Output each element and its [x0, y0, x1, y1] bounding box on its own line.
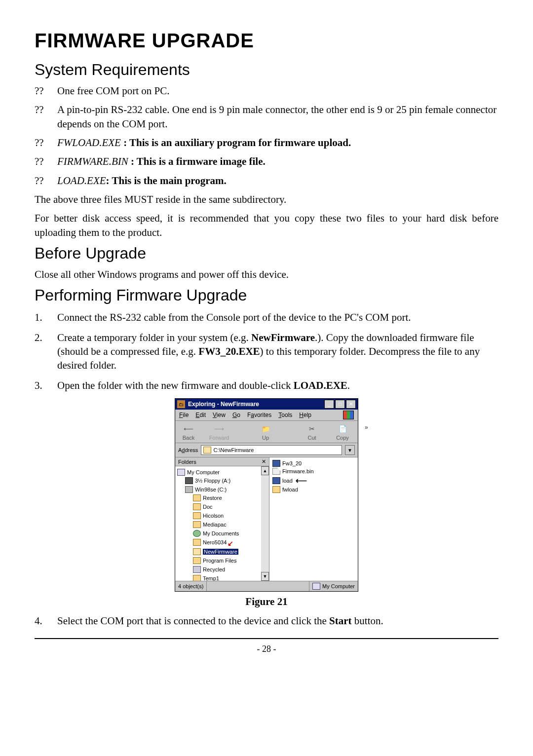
list-text: : This is a firmware image file. [128, 155, 266, 167]
tree-node[interactable]: 3½ Floppy (A:) [195, 478, 230, 484]
cut-button[interactable]: ✂ Cut [304, 424, 320, 441]
text: . [347, 379, 350, 391]
folder-icon [193, 575, 201, 581]
file-item[interactable]: Fw3_20 [282, 460, 302, 466]
tree-node[interactable]: My Computer [187, 469, 220, 475]
computer-icon [312, 583, 320, 590]
step-text: Create a temporary folder in your system… [57, 331, 498, 373]
address-dropdown-button[interactable]: ▼ [345, 445, 355, 455]
scroll-up-icon[interactable]: ▲ [261, 466, 269, 475]
page-title: FIRMWARE UPGRADE [35, 30, 498, 52]
menu-tools[interactable]: Tools [278, 412, 292, 418]
close-button[interactable]: ✕ [346, 400, 356, 409]
status-spacer [207, 581, 309, 591]
status-location-text: My Computer [322, 583, 355, 589]
maximize-button[interactable]: □ [335, 400, 345, 409]
copy-button[interactable]: 📄 Copy [334, 424, 351, 441]
forward-button[interactable]: ⟶ Forward [211, 424, 228, 441]
tree-node[interactable]: Doc [203, 504, 213, 510]
explorer-window: 🗀 Exploring - NewFirmware _ □ ✕ File Edi… [175, 398, 358, 592]
toolbar-label: Forward [209, 435, 229, 441]
folder-icon [193, 557, 201, 564]
status-object-count: 4 object(s) [175, 581, 207, 591]
tree-node[interactable]: Recycled [203, 567, 225, 572]
step-text: Open the folder with the new firmware an… [57, 378, 498, 392]
folder-icon [193, 503, 201, 510]
figure-caption: Figure 21 [35, 596, 498, 608]
toolbar-label: Cut [307, 435, 316, 441]
address-label: Address [178, 447, 198, 453]
list-text: : This is an auxiliary program for firmw… [121, 137, 351, 149]
menu-go[interactable]: Go [232, 412, 240, 418]
file-item[interactable]: Firmware.bin [282, 468, 314, 474]
file-list-pane: Fw3_20 Firmware.bin load⟵ fwload [269, 457, 358, 581]
drive-icon [185, 486, 193, 493]
menu-file[interactable]: File [179, 412, 189, 418]
page-number: - 28 - [35, 644, 498, 654]
list-item: FWLOAD.EXE : This is an auxiliary progra… [57, 136, 498, 150]
menu-favorites[interactable]: Favorites [247, 412, 271, 418]
tree-scrollbar[interactable]: ▲ ▼ [261, 466, 269, 581]
folder-icon [193, 539, 201, 546]
folders-pane: Folders ✕ My Computer 3½ Floppy (A:) Win… [175, 457, 269, 581]
text-bold: FW3_20.EXE [198, 345, 260, 357]
menu-edit[interactable]: Edit [195, 412, 206, 418]
cut-icon: ✂ [306, 424, 317, 434]
bullet-marker: ?? [35, 103, 57, 131]
list-item: A pin-to-pin RS-232 cable. One end is 9 … [57, 103, 498, 131]
toolbar-label: Back [183, 435, 194, 441]
scroll-down-icon[interactable]: ▼ [261, 572, 269, 581]
toolbar: ⟵ Back ⟶ Forward 📁 Up ✂ Cut � [175, 421, 358, 443]
text: Create a temporary folder in your system… [57, 332, 251, 343]
tree-node[interactable]: Restore [203, 495, 222, 501]
back-arrow-icon: ⟵ [183, 424, 194, 434]
status-location: My Computer [309, 581, 358, 591]
up-button[interactable]: 📁 Up [257, 424, 274, 441]
heading-performing-upgrade: Performing Firmware Upgrade [35, 286, 498, 304]
up-folder-icon: 📁 [260, 424, 271, 434]
tree-node[interactable]: Mediapac [203, 522, 227, 528]
figure-wrapper: 🗀 Exploring - NewFirmware _ □ ✕ File Edi… [35, 398, 498, 592]
tree-node[interactable]: Hicolson [203, 513, 224, 519]
footer-divider [35, 638, 498, 639]
bullet-marker: ?? [35, 154, 57, 168]
menu-view[interactable]: View [213, 412, 226, 418]
text-bold: LOAD.EXE [294, 379, 347, 391]
copy-icon: 📄 [337, 424, 348, 434]
system-requirements-list: ?? One free COM port on PC. ?? A pin-to-… [35, 84, 498, 188]
paragraph: The above three files MUST reside in the… [35, 192, 498, 206]
close-pane-icon[interactable]: ✕ [262, 458, 266, 465]
folders-header: Folders ✕ [175, 457, 269, 466]
toolbar-more-icon[interactable]: » [365, 424, 368, 431]
file-item[interactable]: fwload [282, 487, 298, 492]
menu-help[interactable]: Help [299, 412, 311, 418]
tree-node[interactable]: Win98se (C:) [195, 487, 227, 492]
folder-icon [193, 512, 201, 519]
titlebar[interactable]: 🗀 Exploring - NewFirmware _ □ ✕ [175, 399, 358, 410]
tree-node-selected[interactable]: NewFirmware [203, 549, 238, 555]
list-item: LOAD.EXE: This is the main program. [57, 174, 498, 188]
folder-tree[interactable]: My Computer 3½ Floppy (A:) Win98se (C:) … [175, 466, 269, 581]
file-list[interactable]: Fw3_20 Firmware.bin load⟵ fwload [269, 457, 358, 581]
toolbar-label: Copy [336, 435, 349, 441]
tree-node[interactable]: My Documents [203, 530, 239, 536]
filename: FWLOAD.EXE [57, 137, 121, 149]
documents-icon [193, 530, 201, 537]
bullet-marker: ?? [35, 136, 57, 150]
app-icon: 🗀 [177, 400, 185, 408]
text: Select the COM port that is connected to… [57, 615, 329, 627]
tree-node[interactable]: Temp1 [203, 575, 219, 581]
paragraph: For better disk access speed, it is reco… [35, 211, 498, 239]
minimize-button[interactable]: _ [324, 400, 334, 409]
list-text: : This is the main program. [106, 175, 227, 187]
list-item: One free COM port on PC. [57, 84, 498, 98]
filename: LOAD.EXE [57, 175, 106, 187]
address-field[interactable]: C:\NewFirmware [201, 445, 342, 455]
bullet-marker: ?? [35, 84, 57, 98]
bin-file-icon [272, 468, 280, 475]
tree-node[interactable]: Nero5034 [203, 539, 227, 545]
back-button[interactable]: ⟵ Back [180, 424, 197, 441]
tree-node[interactable]: Program Files [203, 558, 236, 564]
text: button. [352, 615, 383, 627]
file-item[interactable]: load [282, 478, 293, 484]
